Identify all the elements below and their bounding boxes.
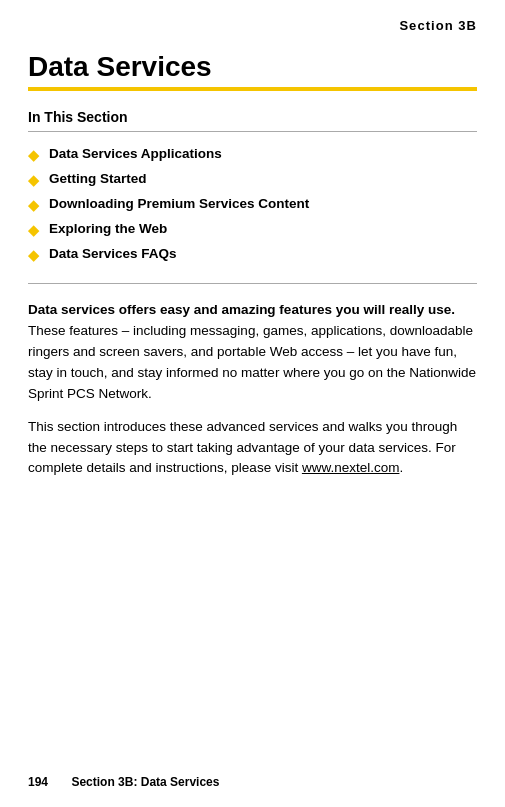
paragraph-1: Data services offers easy and amazing fe… xyxy=(28,300,477,405)
page-footer: 194 Section 3B: Data Services xyxy=(28,775,219,789)
toc-item-label: Data Services FAQs xyxy=(49,246,177,261)
list-item: ◆ Exploring the Web xyxy=(28,217,477,242)
page-number: 194 xyxy=(28,775,48,789)
list-item: ◆ Data Services Applications xyxy=(28,142,477,167)
paragraph1-bold: Data services offers easy and amazing fe… xyxy=(28,302,455,317)
page-container: Section 3B Data Services In This Section… xyxy=(0,0,505,807)
paragraph1-rest: These features – including messaging, ga… xyxy=(28,323,476,401)
toc-item-label: Exploring the Web xyxy=(49,221,167,236)
toc-item-label: Getting Started xyxy=(49,171,147,186)
page-title: Data Services xyxy=(0,41,505,87)
list-item: ◆ Downloading Premium Services Content xyxy=(28,192,477,217)
toc-list: ◆ Data Services Applications ◆ Getting S… xyxy=(0,132,505,277)
toc-item-label: Data Services Applications xyxy=(49,146,222,161)
paragraph2-end: . xyxy=(399,460,403,475)
body-text: Data services offers easy and amazing fe… xyxy=(0,300,505,479)
bullet-icon: ◆ xyxy=(28,247,39,263)
toc-item-label: Downloading Premium Services Content xyxy=(49,196,309,211)
section-header: Section 3B xyxy=(0,0,505,41)
nextel-link[interactable]: www.nextel.com xyxy=(302,460,400,475)
paragraph-2: This section introduces these advanced s… xyxy=(28,417,477,480)
bullet-icon: ◆ xyxy=(28,222,39,238)
list-item: ◆ Getting Started xyxy=(28,167,477,192)
bullet-icon: ◆ xyxy=(28,197,39,213)
list-item: ◆ Data Services FAQs xyxy=(28,242,477,267)
in-this-section-heading: In This Section xyxy=(0,91,505,131)
section-label: Section 3B xyxy=(399,18,477,33)
bottom-divider xyxy=(28,283,477,284)
bullet-icon: ◆ xyxy=(28,147,39,163)
footer-section-label: Section 3B: Data Services xyxy=(71,775,219,789)
bullet-icon: ◆ xyxy=(28,172,39,188)
